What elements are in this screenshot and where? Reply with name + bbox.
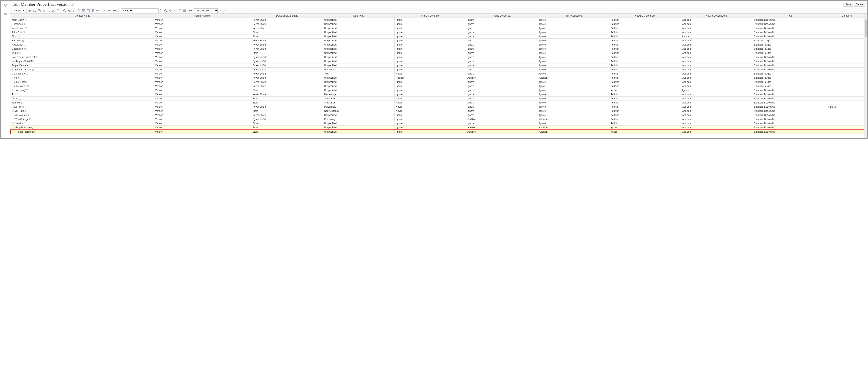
table-row[interactable]: YOY % Change⚿VersionDynamic CalcPercenta…: [11, 117, 867, 121]
cell[interactable]: Store: [251, 109, 323, 113]
cell[interactable]: Version: [154, 51, 251, 55]
cell[interactable]: Ignore: [466, 84, 538, 88]
cell[interactable]: Addition: [681, 96, 753, 101]
cell[interactable]: Addition: [681, 26, 753, 30]
cell[interactable]: Ignore: [538, 47, 610, 51]
cell[interactable]: Never Share: [251, 92, 323, 96]
cell[interactable]: Never: [395, 101, 466, 105]
cell[interactable]: Ignore: [466, 43, 538, 47]
cell[interactable]: Never Share: [251, 113, 323, 117]
cell[interactable]: Never Share: [251, 18, 323, 22]
cell[interactable]: Unspecified: [323, 22, 395, 26]
cell[interactable]: [827, 130, 867, 134]
cell[interactable]: Ignore: [466, 51, 538, 55]
cell[interactable]: Addition: [681, 109, 753, 113]
cell[interactable]: Ignore: [466, 55, 538, 59]
cell[interactable]: Addition: [681, 43, 753, 47]
cell[interactable]: Never: [395, 105, 466, 109]
table-row[interactable]: Driver Rate⚿VersionStoreNon-CurrencyNeve…: [11, 109, 867, 113]
cell[interactable]: Standard Bottom Up: [753, 34, 827, 38]
filter-disabled-icon[interactable]: [173, 8, 178, 13]
cell[interactable]: Standard Bottom Up: [753, 63, 827, 67]
cell[interactable]: Ignore: [395, 51, 466, 55]
cell[interactable]: Version: [154, 88, 251, 92]
cell[interactable]: Ignore: [466, 18, 538, 22]
cell[interactable]: [827, 34, 867, 38]
cell[interactable]: Addition: [681, 67, 753, 72]
scrollbar-thumb[interactable]: [865, 20, 867, 37]
cell[interactable]: Standard Target: [753, 51, 827, 55]
cell[interactable]: [827, 113, 867, 117]
cell[interactable]: Version: [154, 113, 251, 117]
col-vis1aso-consol[interactable]: Vis1ASO Consol op.: [681, 14, 753, 18]
cell[interactable]: Ignore: [538, 43, 610, 47]
cell[interactable]: Unspecified: [323, 130, 395, 134]
cell[interactable]: Percentage: [323, 92, 395, 96]
sort-asc-icon[interactable]: [218, 8, 222, 13]
table-row[interactable]: No Version⚿VersionStoreUnspecifiedIgnore…: [11, 121, 867, 125]
cell[interactable]: Version: [154, 109, 251, 113]
cell-member-name[interactable]: Working Preliminary: [11, 125, 154, 130]
cell[interactable]: Addition: [610, 30, 681, 34]
cell[interactable]: [827, 117, 867, 121]
cell[interactable]: Unspecified: [323, 88, 395, 92]
cell[interactable]: [827, 96, 867, 101]
col-data-type[interactable]: Data Type: [323, 14, 395, 18]
cell[interactable]: Unspecified: [323, 38, 395, 43]
cell[interactable]: Store: [251, 30, 323, 34]
columns-icon[interactable]: [91, 8, 95, 13]
cell[interactable]: Addition: [466, 76, 538, 80]
save-button[interactable]: Save: [843, 2, 853, 6]
cell[interactable]: [827, 101, 867, 105]
cell[interactable]: Addition: [610, 84, 681, 88]
cell[interactable]: Version: [154, 92, 251, 96]
cell[interactable]: Unspecified: [323, 59, 395, 63]
cell[interactable]: Ignore: [538, 88, 610, 92]
cell[interactable]: Version: [154, 96, 251, 101]
cell[interactable]: Unspecified: [323, 76, 395, 80]
cell[interactable]: Standard Bottom Up: [753, 101, 827, 105]
table-row[interactable]: Driver Volume⚿VersionNever ShareUnspecif…: [11, 113, 867, 117]
cell[interactable]: Addition: [681, 22, 753, 26]
cell[interactable]: Version: [154, 117, 251, 121]
table-row[interactable]: Target Variance⚿VersionDynamic CalcUnspe…: [11, 63, 867, 67]
cell[interactable]: Standard Target: [753, 38, 827, 43]
cell[interactable]: Dynamic Calc: [251, 59, 323, 63]
cell[interactable]: [827, 76, 867, 80]
cell[interactable]: Addition: [681, 121, 753, 125]
cell[interactable]: Ignore: [466, 67, 538, 72]
cell[interactable]: Text: [323, 72, 395, 76]
cell[interactable]: Store: [251, 34, 323, 38]
cell-member-name[interactable]: Target Variance %⚿: [11, 67, 154, 72]
cell[interactable]: Addition: [681, 47, 753, 51]
cell[interactable]: Ignore: [538, 22, 610, 26]
cell[interactable]: Standard Bottom Up: [753, 92, 827, 96]
cell[interactable]: Version: [154, 101, 251, 105]
cell[interactable]: Addition: [610, 121, 681, 125]
table-row[interactable]: Most Likely⚿VersionNever ShareUnspecifie…: [11, 18, 867, 22]
cell[interactable]: [827, 84, 867, 88]
cell[interactable]: [827, 92, 867, 96]
cell[interactable]: Ignore: [466, 34, 538, 38]
cell[interactable]: Version: [154, 84, 251, 88]
cell[interactable]: Addition: [466, 125, 538, 130]
table-row[interactable]: Working PreliminaryVersionStoreUnspecifi…: [11, 125, 867, 130]
table-row[interactable]: Final⚿VersionStoreUnspecifiedIgnoreIgnor…: [11, 34, 867, 38]
add-sibling-icon[interactable]: [27, 8, 32, 13]
cell[interactable]: [827, 125, 867, 130]
cell[interactable]: Store: [251, 121, 323, 125]
cell[interactable]: Ignore: [538, 92, 610, 96]
cell[interactable]: Ignore: [538, 101, 610, 105]
cell[interactable]: Addition: [610, 105, 681, 109]
table-row[interactable]: Driver⚿VersionStoreSmart ListNeverIgnore…: [11, 96, 867, 101]
cell[interactable]: Smart List: [323, 96, 395, 101]
cell[interactable]: Ignore: [395, 88, 466, 92]
col-type[interactable]: Type: [753, 14, 827, 18]
cell-member-name[interactable]: Acquisition⚿: [11, 43, 154, 47]
cell[interactable]: Addition: [610, 76, 681, 80]
cell[interactable]: Never Share: [251, 26, 323, 30]
cell[interactable]: Addition: [538, 125, 610, 130]
cell[interactable]: Percentage: [323, 117, 395, 121]
col-plan2-consol[interactable]: Plan2 Consol op.: [466, 14, 538, 18]
zoom-in-icon[interactable]: [62, 8, 67, 13]
